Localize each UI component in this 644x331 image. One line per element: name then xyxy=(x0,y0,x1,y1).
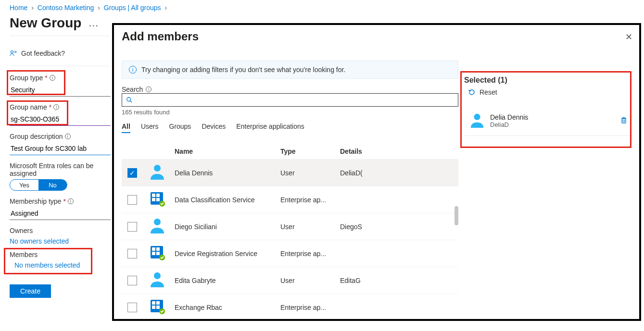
table-row[interactable]: Exchange RbacEnterprise ap... xyxy=(122,294,458,314)
row-checkbox[interactable] xyxy=(127,276,137,285)
reset-button[interactable]: Reset xyxy=(464,88,632,96)
row-checkbox[interactable] xyxy=(127,303,137,312)
info-bar-text: Try changing or adding filters if you do… xyxy=(141,66,345,74)
info-bar: i Try changing or adding filters if you … xyxy=(122,61,458,79)
col-type: Type xyxy=(280,147,340,155)
chevron-right-icon: › xyxy=(164,4,167,12)
svg-point-1 xyxy=(127,98,131,101)
table-row[interactable]: ✓Delia DennisUserDeliaD( xyxy=(122,159,458,186)
row-type: User xyxy=(280,277,340,284)
table-row[interactable]: Edita GabryteUserEditaG xyxy=(122,267,458,294)
owners-label: Owners xyxy=(10,227,110,234)
tab-groups[interactable]: Groups xyxy=(169,121,191,133)
tab-users[interactable]: Users xyxy=(141,121,159,133)
selected-panel: Selected (1) Reset Delia DennisDeliaD xyxy=(464,76,632,136)
toggle-yes[interactable]: Yes xyxy=(10,180,38,190)
group-description-label: Group description i xyxy=(10,133,110,140)
chevron-right-icon: › xyxy=(98,4,100,12)
members-link[interactable]: No members selected xyxy=(14,261,110,269)
info-icon[interactable]: i xyxy=(53,104,59,110)
row-checkbox[interactable] xyxy=(127,195,137,205)
svg-line-2 xyxy=(130,101,132,103)
entra-roles-label: Microsoft Entra roles can be assigned xyxy=(10,162,110,177)
row-details: DiegoS xyxy=(340,223,453,231)
group-description-input[interactable] xyxy=(10,142,111,155)
info-icon[interactable]: i xyxy=(50,75,55,81)
row-name: Edita Gabryte xyxy=(175,277,280,284)
undo-icon xyxy=(468,88,476,96)
app-icon xyxy=(149,298,166,314)
selected-item: Delia DennisDeliaD xyxy=(464,106,632,136)
row-type: Enterprise ap... xyxy=(280,250,340,257)
membership-type-select[interactable] xyxy=(10,207,111,220)
add-members-panel: ✕ Add members i Try changing or adding f… xyxy=(112,23,641,321)
search-icon xyxy=(126,97,133,103)
feedback-icon xyxy=(10,49,17,57)
svg-rect-3 xyxy=(622,119,626,123)
scrollbar[interactable] xyxy=(455,206,458,225)
user-icon xyxy=(149,271,166,288)
close-icon[interactable]: ✕ xyxy=(625,32,632,42)
table-header: Name Type Details xyxy=(122,144,458,159)
info-icon[interactable]: i xyxy=(65,134,71,139)
membership-type-label: Membership type * i xyxy=(10,197,110,205)
app-icon xyxy=(149,190,166,208)
row-type: User xyxy=(280,223,340,231)
group-type-select[interactable] xyxy=(10,84,111,97)
row-checkbox[interactable] xyxy=(127,249,137,258)
user-icon xyxy=(149,163,166,181)
row-checkbox[interactable]: ✓ xyxy=(127,168,137,178)
table-row[interactable]: Device Registration ServiceEnterprise ap… xyxy=(122,240,458,267)
search-input[interactable] xyxy=(122,93,458,107)
row-type: Enterprise ap... xyxy=(280,304,340,311)
delete-icon[interactable] xyxy=(620,116,628,125)
search-field[interactable] xyxy=(136,96,454,104)
row-type: Enterprise ap... xyxy=(280,196,340,204)
breadcrumb-item-tenant[interactable]: Contoso Marketing xyxy=(38,4,94,12)
selected-item-name: Delia Dennis xyxy=(490,113,615,121)
selected-item-upn: DeliaD xyxy=(490,121,615,128)
row-name: Delia Dennis xyxy=(175,169,280,177)
create-button[interactable]: Create xyxy=(10,284,51,298)
info-icon[interactable]: i xyxy=(146,86,152,92)
results-table: Name Type Details ✓Delia DennisUserDelia… xyxy=(122,144,458,314)
row-name: Device Registration Service xyxy=(175,250,280,257)
breadcrumb-item-home[interactable]: Home xyxy=(10,4,27,12)
chevron-right-icon: › xyxy=(31,4,34,12)
tab-enterprise-apps[interactable]: Enterprise applications xyxy=(236,121,304,133)
modal-title: Add members xyxy=(122,30,631,43)
table-row[interactable]: Data Classification ServiceEnterprise ap… xyxy=(122,186,458,213)
page-title: New Group xyxy=(10,15,81,31)
tab-devices[interactable]: Devices xyxy=(202,121,226,133)
col-name: Name xyxy=(175,147,280,155)
row-name: Exchange Rbac xyxy=(175,304,280,311)
row-name: Diego Siciliani xyxy=(175,223,280,231)
user-icon xyxy=(469,112,485,129)
row-name: Data Classification Service xyxy=(175,196,280,204)
info-icon: i xyxy=(129,66,137,74)
app-icon xyxy=(149,244,166,261)
group-name-label: Group name * i xyxy=(10,103,110,111)
owners-link[interactable]: No owners selected xyxy=(10,237,110,245)
row-details: EditaG xyxy=(340,277,453,284)
col-details: Details xyxy=(340,147,453,155)
breadcrumb-item-groups[interactable]: Groups | All groups xyxy=(104,4,161,12)
toggle-no[interactable]: No xyxy=(38,180,67,190)
row-type: User xyxy=(280,169,340,177)
breadcrumb: Home › Contoso Marketing › Groups | All … xyxy=(0,0,644,15)
group-name-input[interactable] xyxy=(10,113,111,126)
entra-roles-toggle[interactable]: Yes No xyxy=(10,179,67,191)
selected-header: Selected (1) xyxy=(464,76,632,85)
tab-all[interactable]: All xyxy=(122,121,130,133)
got-feedback-link[interactable]: Got feedback? xyxy=(10,43,110,66)
svg-point-0 xyxy=(11,51,13,53)
group-type-label: Group type * i xyxy=(10,74,110,82)
user-icon xyxy=(149,217,166,234)
members-label: Members xyxy=(10,251,110,258)
row-details: DeliaD( xyxy=(340,169,453,177)
row-checkbox[interactable] xyxy=(127,222,137,232)
table-row[interactable]: Diego SicilianiUserDiegoS xyxy=(122,213,458,240)
info-icon[interactable]: i xyxy=(68,198,74,204)
more-actions-button[interactable]: … xyxy=(88,17,100,29)
new-group-form: Got feedback? Group type * i Group name … xyxy=(0,36,113,298)
